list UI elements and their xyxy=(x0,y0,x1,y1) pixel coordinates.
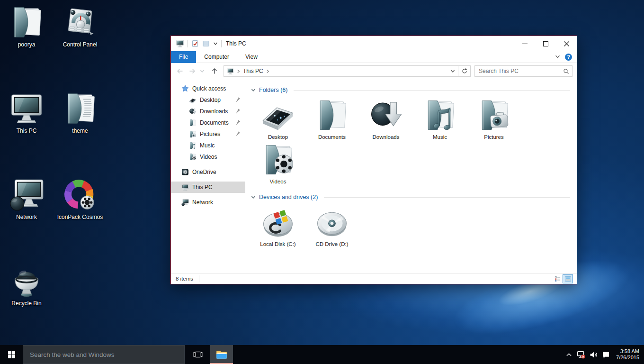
back-button[interactable] xyxy=(174,65,186,77)
explorer-search-input[interactable] xyxy=(475,68,563,74)
folder-metal-icon xyxy=(189,119,197,127)
breadcrumb-segment[interactable]: This PC xyxy=(243,68,263,74)
file-tile[interactable]: Documents xyxy=(305,98,359,140)
group-header-folders[interactable]: Folders (6) xyxy=(251,85,570,95)
file-tile[interactable]: Videos xyxy=(251,143,305,184)
start-button[interactable] xyxy=(0,345,23,364)
arrow-right-icon xyxy=(188,67,196,75)
sidebar-item[interactable]: Downloads xyxy=(171,106,245,117)
address-dropdown-button[interactable] xyxy=(447,69,458,73)
window-system-icon[interactable] xyxy=(176,39,184,48)
volume-button[interactable] xyxy=(590,351,598,359)
desktop-icon-label: Control Panel xyxy=(63,41,98,48)
desktop-icon[interactable]: This PC xyxy=(4,91,49,136)
minimize-button[interactable] xyxy=(514,36,535,51)
drive-tile[interactable]: CD Drive (D:) xyxy=(305,205,359,247)
desktop: poorya Control Panel This PC theme Netwo… xyxy=(0,0,644,364)
customize-qat-button[interactable] xyxy=(213,41,218,46)
desktop-icon-label: Recycle Bin xyxy=(11,300,41,307)
group-header-devices[interactable]: Devices and drives (2) xyxy=(251,192,570,202)
ribbon-tab[interactable]: Computer xyxy=(196,51,237,63)
details-view-button[interactable] xyxy=(552,274,563,283)
file-tile-label: Videos xyxy=(270,179,286,184)
sidebar-item[interactable]: This PC xyxy=(171,182,245,193)
address-bar[interactable]: This PC xyxy=(224,65,458,77)
drive-tile-label: CD Drive (D:) xyxy=(316,241,349,247)
ribbon-tab[interactable]: View xyxy=(237,51,266,63)
new-folder-button[interactable] xyxy=(202,40,210,47)
desktop-icon[interactable]: poorya xyxy=(4,5,49,50)
file-tile-label: Music xyxy=(433,134,447,140)
arrow-left-icon xyxy=(176,67,184,75)
group-title: Devices and drives (2) xyxy=(259,194,318,200)
desktop-slab-icon xyxy=(189,96,197,104)
chevron-up-icon xyxy=(565,351,572,358)
maximize-button[interactable] xyxy=(535,36,556,51)
sidebar-item[interactable]: OneDrive xyxy=(171,166,245,178)
drive-tile[interactable]: Local Disk (C:) xyxy=(251,205,305,247)
chevron-down-icon xyxy=(450,69,455,73)
network-status-button[interactable] xyxy=(577,350,585,359)
sidebar-item-label: Pictures xyxy=(200,131,220,137)
desktop-icon-image xyxy=(63,177,98,212)
task-view-button[interactable] xyxy=(188,345,208,364)
sidebar-item[interactable]: Videos xyxy=(171,151,245,163)
desktop-icon[interactable]: IconPack Cosmos xyxy=(57,177,103,223)
this-pc-icon xyxy=(227,68,234,75)
refresh-button[interactable] xyxy=(458,65,471,77)
file-tile[interactable]: Downloads xyxy=(359,98,413,140)
icons-view-button[interactable] xyxy=(563,274,573,283)
clock[interactable]: 3:58 AM 7/26/2015 xyxy=(616,348,639,361)
help-button[interactable]: ? xyxy=(565,54,572,61)
download-globe-icon xyxy=(369,98,403,132)
file-tile[interactable]: Desktop xyxy=(251,98,305,140)
pin-icon xyxy=(235,120,241,126)
new-folder-icon xyxy=(202,40,210,47)
monitor-pc-icon xyxy=(181,183,189,191)
desktop-icon[interactable]: Control Panel xyxy=(57,5,103,50)
file-explorer-taskbar-button[interactable] xyxy=(210,345,233,364)
sidebar-item-label: This PC xyxy=(192,184,213,191)
window-title: This PC xyxy=(226,40,246,47)
windows-logo-icon xyxy=(8,351,16,359)
ribbon-collapse-button[interactable] xyxy=(555,53,560,61)
task-view-icon xyxy=(193,349,203,360)
taskbar-search-input[interactable] xyxy=(23,351,184,358)
forward-button[interactable] xyxy=(186,65,198,77)
recent-locations-button[interactable] xyxy=(198,65,206,77)
search-icon[interactable] xyxy=(563,68,569,74)
explorer-search-box xyxy=(474,65,572,77)
qa-star-icon xyxy=(181,85,189,92)
properties-check-icon xyxy=(191,40,199,47)
separator xyxy=(221,40,222,47)
desktop-icon[interactable]: Network xyxy=(4,177,49,223)
sidebar-item[interactable]: Network xyxy=(171,197,245,208)
folder-metal-icon xyxy=(315,98,349,132)
quick-access-toolbar: This PC xyxy=(176,39,246,48)
desktop-icon[interactable]: Recycle Bin xyxy=(4,264,49,309)
thumbnails-view-icon xyxy=(564,275,572,282)
properties-button[interactable] xyxy=(191,40,199,47)
group-title: Folders (6) xyxy=(259,87,287,93)
file-tile[interactable]: Music xyxy=(413,98,467,140)
desktop-icon-image xyxy=(63,5,98,40)
desktop-icon-image xyxy=(9,5,44,40)
up-button[interactable] xyxy=(208,65,221,77)
sidebar-item[interactable]: Music xyxy=(171,140,245,151)
file-tile[interactable]: Pictures xyxy=(467,98,521,140)
sidebar-item[interactable]: Quick access xyxy=(171,83,245,94)
sidebar-item[interactable]: Documents xyxy=(171,117,245,128)
sidebar-item[interactable]: Pictures xyxy=(171,128,245,140)
sidebar-item-label: Quick access xyxy=(192,85,226,92)
desktop-icon-grid: poorya Control Panel This PC theme Netwo… xyxy=(4,5,103,309)
ribbon-tab[interactable]: File xyxy=(171,51,196,63)
desktop-icon[interactable]: theme xyxy=(57,91,103,136)
action-center-button[interactable] xyxy=(602,351,610,359)
desktop-icon-label: Network xyxy=(16,214,37,220)
music-folder-icon xyxy=(189,142,197,149)
chevron-down-icon xyxy=(200,69,205,73)
show-hidden-icons-button[interactable] xyxy=(565,351,572,358)
sidebar-item-label: Downloads xyxy=(200,108,228,115)
close-button[interactable] xyxy=(556,36,577,51)
sidebar-item[interactable]: Desktop xyxy=(171,94,245,106)
